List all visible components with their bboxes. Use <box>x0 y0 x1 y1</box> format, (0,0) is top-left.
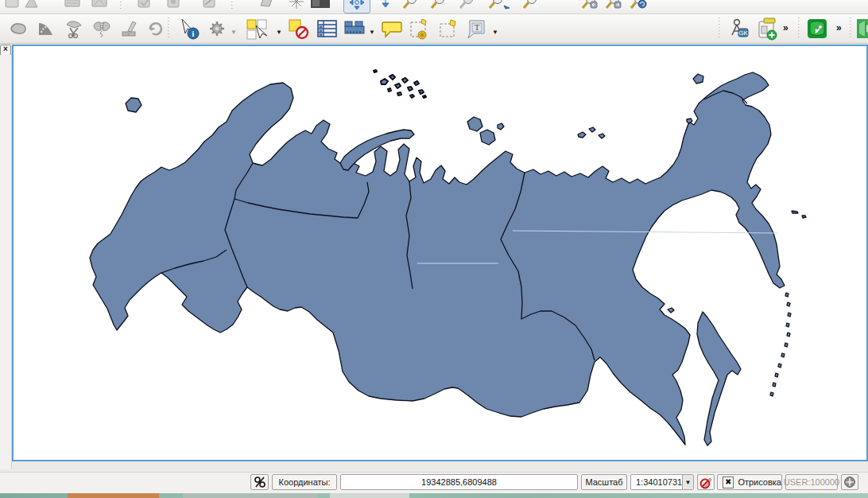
form-annotation-icon[interactable] <box>408 18 432 39</box>
checkbox-check-icon[interactable]: ✖ <box>723 477 734 488</box>
crs-status[interactable]: USER:100000 <box>785 474 838 490</box>
move-annotation-icon[interactable] <box>437 18 459 39</box>
svg-text:i: i <box>192 29 195 38</box>
node-fill-icon[interactable] <box>119 18 140 39</box>
chevron-down-icon[interactable]: ▼ <box>492 29 498 36</box>
zoom-refresh-icon[interactable] <box>628 0 649 12</box>
map-canvas[interactable] <box>12 45 868 461</box>
zoom-next-icon[interactable] <box>603 0 623 12</box>
run-action-icon[interactable]: ▼ <box>207 18 227 39</box>
delete-ring-icon[interactable] <box>36 18 56 39</box>
desktop-patch <box>183 493 318 498</box>
digitize-4-icon[interactable] <box>89 0 110 12</box>
chevron-down-icon[interactable]: ▼ <box>369 29 375 36</box>
collapsed-legend-panel[interactable] <box>0 55 12 469</box>
pan-map-icon[interactable] <box>343 0 370 14</box>
digitize-1-icon[interactable] <box>2 0 22 12</box>
extents-toggle-button[interactable] <box>250 474 269 490</box>
russia-layer <box>90 70 806 445</box>
main-area: × <box>0 44 868 472</box>
digitize-3-icon[interactable] <box>62 0 83 12</box>
scale-combobox[interactable]: 1:34010731 ▼ <box>630 474 694 490</box>
svg-text:GK: GK <box>738 29 748 37</box>
select-features-icon[interactable]: ▼ <box>244 18 274 39</box>
coordinates-label: Координаты: <box>272 474 337 490</box>
text-annotation-icon[interactable]: T▼ <box>465 18 489 39</box>
toolbar-separator <box>167 18 170 40</box>
attribute-table-icon[interactable] <box>315 18 339 39</box>
measure-icon[interactable]: ▼ <box>342 18 367 39</box>
pan-to-selection-icon[interactable] <box>375 0 396 12</box>
snap-cross-icon[interactable] <box>286 0 307 12</box>
desktop-patch <box>330 493 409 498</box>
franz-josef-land <box>374 70 426 98</box>
undo-icon[interactable] <box>145 18 166 39</box>
zoom-in-icon[interactable] <box>400 0 420 12</box>
toolbar-separator <box>718 18 721 40</box>
text-annotation-glyph: T <box>475 22 480 32</box>
split-features-icon[interactable] <box>64 18 84 39</box>
postgis-icon[interactable] <box>804 18 830 39</box>
toolbar-overflow-button[interactable]: » <box>783 22 788 33</box>
toolbar-separator <box>119 0 122 11</box>
render-label: Отрисовка <box>738 477 781 487</box>
commander-islands <box>792 211 798 213</box>
zoom-full-icon[interactable] <box>457 0 478 12</box>
coordinates-input[interactable] <box>340 474 578 490</box>
render-checkbox[interactable]: ✖ Отрисовка <box>717 474 782 490</box>
stop-render-icon <box>699 476 713 489</box>
chevron-down-icon[interactable]: ▼ <box>276 29 282 36</box>
save-edits-icon[interactable] <box>134 0 154 12</box>
zoom-to-layer-icon[interactable] <box>520 0 541 12</box>
crs-projector-button[interactable] <box>841 474 858 490</box>
desktop-patch <box>68 493 159 498</box>
style-dark-icon[interactable] <box>310 0 331 12</box>
stop-render-button[interactable] <box>697 474 715 490</box>
zoom-out-icon[interactable] <box>428 0 448 12</box>
toolbar-separator <box>797 18 800 40</box>
crs-projector-icon <box>843 476 856 488</box>
toolbar-attributes: i ▼ ▼ ▼ T▼ GK » » <box>0 14 868 44</box>
map-tips-icon[interactable] <box>380 18 404 39</box>
identify-icon[interactable]: i <box>176 18 202 39</box>
scale-value: 1:34010731 <box>631 475 682 489</box>
toolbar-overflow-button[interactable]: » <box>836 22 841 33</box>
deselect-features-icon[interactable] <box>286 18 310 39</box>
status-bar: Координаты: Масштаб 1:34010731 ▼ ✖ Отрис… <box>0 472 868 494</box>
zoom-to-selection-icon[interactable] <box>486 0 513 12</box>
capture-line-icon[interactable] <box>199 0 219 12</box>
russia-landmass <box>90 72 785 445</box>
toolbar-separator <box>849 18 852 40</box>
map-svg <box>14 46 866 460</box>
scale-label: Масштаб <box>581 474 627 490</box>
capture-polygon-icon[interactable] <box>256 0 277 12</box>
zoom-last-icon[interactable] <box>579 0 599 12</box>
kuril-islands <box>770 293 791 396</box>
desktop-strip <box>0 493 868 498</box>
new-composer-icon[interactable] <box>755 18 781 39</box>
toolbar-separator <box>231 0 234 11</box>
toolbar-top <box>0 0 868 14</box>
chevron-down-icon[interactable]: ▼ <box>231 29 237 36</box>
capture-point-icon[interactable] <box>163 0 184 12</box>
application-window: i ▼ ▼ ▼ T▼ GK » » × <box>0 0 868 498</box>
merge-features-icon[interactable] <box>91 18 112 39</box>
simplify-feature-icon[interactable] <box>8 18 29 39</box>
gps-tools-icon[interactable]: GK <box>726 18 751 39</box>
percent-extents-icon <box>254 476 266 488</box>
chevron-down-icon[interactable]: ▼ <box>682 475 693 489</box>
digitize-2-icon[interactable] <box>21 0 41 12</box>
new-siberian-islands <box>578 127 605 138</box>
partial-plugin-icon[interactable] <box>856 18 868 39</box>
panel-close-button[interactable]: × <box>0 45 11 56</box>
